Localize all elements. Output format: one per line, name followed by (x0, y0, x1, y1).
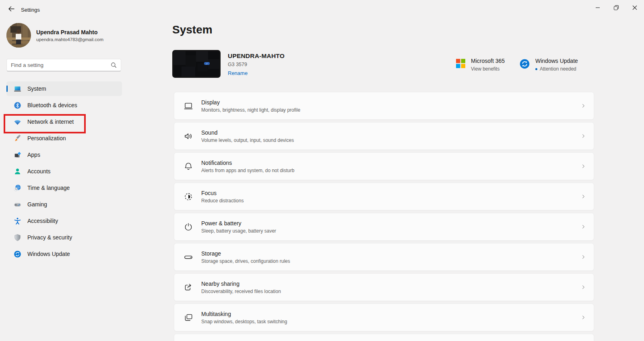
sidebar-item-accounts[interactable]: Accounts (6, 164, 122, 179)
multitasking-icon (183, 312, 194, 323)
sidebar-item-personalization[interactable]: Personalization (6, 131, 122, 146)
row-description: Storage space, drives, configuration rul… (201, 258, 580, 264)
sidebar-item-network-internet[interactable]: Network & internet (6, 114, 122, 129)
search-input[interactable] (11, 62, 111, 68)
chevron-right-icon (580, 314, 586, 320)
row-title: Notifications (201, 160, 580, 166)
settings-row-sound[interactable]: Sound Volume levels, output, input, soun… (174, 122, 594, 150)
svg-text:37: 37 (206, 62, 208, 65)
windows-update-text: Windows Update Attention needed (535, 58, 578, 72)
view-benefits-link[interactable]: View benefits (471, 66, 500, 72)
close-icon (632, 5, 637, 10)
focus-icon (183, 191, 194, 202)
paintbrush-icon (14, 135, 21, 142)
settings-row-display[interactable]: Display Monitors, brightness, night ligh… (174, 92, 594, 120)
sidebar-item-label: Personalization (27, 135, 66, 141)
back-button[interactable] (6, 5, 17, 13)
back-arrow-icon (8, 6, 14, 12)
windows-update-title: Windows Update (535, 58, 578, 64)
settings-window: Settings (0, 0, 644, 341)
search-box[interactable] (6, 59, 121, 71)
device-header: 37 UPENDRA-MAHTO G3 3579 Rename (172, 50, 285, 78)
sidebar-item-time-language[interactable]: Time & language (6, 181, 122, 195)
row-description: Alerts from apps and system, do not dist… (201, 168, 580, 173)
microsoft-365-card[interactable]: Microsoft 365 View benefits (456, 58, 505, 72)
attention-dot (535, 68, 537, 70)
chevron-right-icon (580, 284, 586, 290)
bluetooth-icon (14, 102, 21, 109)
sidebar-item-system[interactable]: System (6, 81, 122, 96)
chevron-right-icon (580, 133, 586, 139)
device-info: UPENDRA-MAHTO G3 3579 Rename (228, 50, 285, 78)
titlebar: Settings (0, 0, 644, 16)
row-text: Sound Volume levels, output, input, soun… (201, 129, 580, 143)
sidebar-nav: System Bluetooth & devices Network & int… (6, 81, 122, 263)
microsoft-365-text: Microsoft 365 View benefits (471, 58, 505, 72)
sidebar-item-privacy-security[interactable]: Privacy & security (6, 230, 122, 245)
row-description: Volume levels, output, input, sound devi… (201, 137, 580, 143)
row-text: Focus Reduce distractions (201, 190, 580, 204)
sidebar-item-gaming[interactable]: Gaming (6, 197, 122, 212)
system-icon (14, 85, 21, 93)
row-text: Display Monitors, brightness, night ligh… (201, 99, 580, 113)
time-language-icon (14, 184, 21, 192)
chevron-right-icon (580, 224, 586, 230)
windows-update-subtitle: Attention needed (535, 66, 578, 72)
settings-row-power-battery[interactable]: Power & battery Sleep, battery usage, ba… (174, 213, 594, 241)
user-profile[interactable]: Upendra Prasad Mahto upendra.mahto4783@g… (6, 23, 103, 48)
row-title: Power & battery (201, 220, 580, 227)
attention-needed-text: Attention needed (540, 66, 576, 72)
sidebar-item-label: Accounts (27, 168, 51, 175)
wifi-icon (14, 118, 21, 126)
profile-email: upendra.mahto4783@gmail.com (36, 37, 103, 42)
sidebar-item-accessibility[interactable]: Accessibility (6, 214, 122, 228)
close-button[interactable] (625, 0, 644, 15)
row-description: Snap windows, desktops, task switching (201, 319, 580, 324)
restore-icon (613, 5, 619, 10)
microsoft-365-title: Microsoft 365 (471, 58, 505, 64)
row-description: Discoverability, received files location (201, 289, 580, 294)
sidebar-item-label: Bluetooth & devices (27, 102, 77, 108)
settings-row-nearby-sharing[interactable]: Nearby sharing Discoverability, received… (174, 273, 594, 301)
device-thumbnail: 37 (172, 50, 221, 78)
row-text: Notifications Alerts from apps and syste… (201, 160, 580, 173)
profile-name: Upendra Prasad Mahto (36, 29, 103, 35)
sidebar-item-label: Network & internet (27, 119, 74, 125)
microsoft-365-subtitle: View benefits (471, 66, 505, 72)
rename-link[interactable]: Rename (228, 70, 285, 76)
selected-accent-bar (6, 85, 8, 92)
windows-update-status-icon (520, 59, 530, 69)
sidebar-item-apps[interactable]: Apps (6, 148, 122, 162)
row-title: Storage (201, 250, 580, 257)
chevron-right-icon (580, 163, 586, 169)
sidebar-item-label: Privacy & security (27, 234, 72, 241)
window-controls (588, 0, 644, 16)
search-icon (111, 62, 117, 68)
settings-row-notifications[interactable]: Notifications Alerts from apps and syste… (174, 152, 594, 180)
chevron-right-icon (580, 254, 586, 260)
profile-text: Upendra Prasad Mahto upendra.mahto4783@g… (36, 29, 103, 42)
settings-row-partial[interactable] (174, 334, 594, 341)
display-icon (183, 101, 194, 111)
settings-list: Display Monitors, brightness, night ligh… (174, 92, 594, 341)
sidebar-item-windows-update[interactable]: Windows Update (6, 247, 122, 261)
settings-row-focus[interactable]: Focus Reduce distractions (174, 183, 594, 210)
windows-update-card[interactable]: Windows Update Attention needed (520, 58, 578, 72)
row-description: Monitors, brightness, night light, displ… (201, 107, 580, 113)
microsoft-logo-icon (456, 59, 465, 68)
row-text: Multitasking Snap windows, desktops, tas… (201, 311, 580, 324)
accessibility-person-icon (14, 217, 21, 225)
sound-icon (183, 131, 194, 141)
avatar (6, 23, 31, 48)
settings-row-storage[interactable]: Storage Storage space, drives, configura… (174, 243, 594, 271)
row-title: Multitasking (201, 311, 580, 317)
row-text: Power & battery Sleep, battery usage, ba… (201, 220, 580, 234)
gamepad-icon (14, 201, 21, 208)
sidebar-item-label: Accessibility (27, 218, 58, 224)
settings-row-multitasking[interactable]: Multitasking Snap windows, desktops, tas… (174, 304, 594, 331)
restore-button[interactable] (607, 0, 625, 15)
minimize-button[interactable] (588, 0, 607, 15)
sidebar-item-bluetooth-devices[interactable]: Bluetooth & devices (6, 98, 122, 112)
apps-icon (14, 151, 21, 159)
sidebar-item-label: Gaming (27, 201, 47, 208)
